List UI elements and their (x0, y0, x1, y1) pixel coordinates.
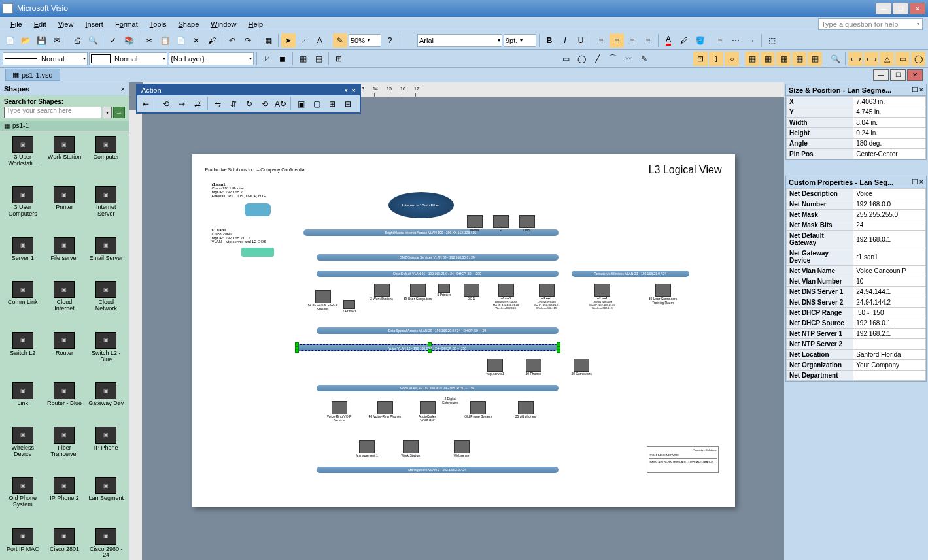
close-button[interactable]: ✕ (910, 3, 925, 14)
shapes-stencil-tab[interactable]: ▦ ps1-1 (0, 121, 129, 131)
corner-icon[interactable]: ⟀ (260, 52, 274, 66)
help-search-input[interactable]: Type a question for help ▾ (818, 18, 923, 30)
shapes-window-icon[interactable]: ▦ (261, 33, 275, 48)
internet-cloud[interactable]: Internet – 10mb Fiber (388, 192, 454, 218)
line-weight-icon[interactable]: ≡ (713, 33, 727, 48)
shape-item[interactable]: ▣Port IP MAC (3, 526, 43, 560)
snap-icon[interactable]: ⊞ (332, 52, 346, 66)
selection-handle-nw[interactable] (295, 342, 299, 346)
menu-window[interactable]: Window (205, 19, 241, 29)
old-phone-system[interactable]: Old Phone System (464, 401, 493, 418)
shape-item[interactable]: ▣IP Phone 2 (44, 475, 85, 524)
copy-icon[interactable]: 📋 (158, 33, 172, 48)
pencil-icon[interactable]: ✎ (637, 52, 651, 66)
w2-ap[interactable]: w2.san1Linksys WB540Mgt IP: 192.168.21.2… (529, 284, 565, 310)
shape-item[interactable]: ▣3 User Workstati... (3, 134, 43, 183)
menu-view[interactable]: View (53, 19, 79, 29)
dns-server[interactable]: DNS (519, 215, 535, 232)
spellcheck-icon[interactable]: ✓ (106, 33, 120, 48)
action-btn-3[interactable]: ⇢ (175, 97, 189, 111)
fill-color-icon[interactable]: 🪣 (693, 33, 707, 48)
undo-icon[interactable]: ↶ (225, 33, 239, 48)
dim2-icon[interactable]: ⟷ (864, 52, 878, 66)
shape-item[interactable]: ▣Internet Server (86, 184, 126, 233)
vlan-30-bar[interactable]: DMZ Outside Services VLAN 30 - 192.168.3… (317, 254, 559, 261)
action-btn-2[interactable]: ⟲ (159, 97, 173, 111)
property-value[interactable]: 192.168.0.0 (853, 199, 926, 210)
shape-item[interactable]: ▣Wireless Device (3, 425, 43, 474)
action-send-back-icon[interactable]: ▢ (309, 97, 324, 111)
2-printers[interactable]: 2 Printers (343, 300, 356, 313)
menu-file[interactable]: File (5, 19, 27, 29)
shape-item[interactable]: ▣Router - Blue (44, 380, 85, 423)
align-justify-icon[interactable]: ≡ (641, 33, 655, 48)
align-center-icon[interactable]: ≡ (610, 33, 624, 48)
management-1[interactable]: Management 1 (352, 440, 382, 457)
property-value[interactable]: r1.san1 (853, 248, 926, 266)
lay3-icon[interactable]: ▦ (776, 52, 791, 66)
doc-close-button[interactable]: ✕ (907, 69, 923, 81)
30-training-computers[interactable]: 30 User Computers Training Room (644, 284, 683, 305)
align-left-icon[interactable]: ≡ (594, 33, 608, 48)
router-icon[interactable] (245, 203, 271, 216)
vlan-20-bar[interactable]: Data Special Access VLAN 20 - 192.168.20… (317, 327, 559, 334)
shape-item[interactable]: ▣Router (44, 330, 85, 379)
shape-item[interactable]: ▣Printer (44, 184, 85, 233)
shapes-search-input[interactable]: Type your search here (4, 107, 101, 118)
format-painter-icon[interactable]: 🖌 (205, 33, 219, 48)
shape-item[interactable]: ▣Server 1 (3, 235, 43, 278)
shape-item[interactable]: ▣IP Phone (86, 425, 126, 474)
pointer-icon[interactable]: ➤ (281, 33, 296, 48)
property-value[interactable]: 192.168.0.1 (853, 318, 926, 329)
font-color-icon[interactable]: A (661, 33, 676, 48)
vlan-10-bar-selected[interactable]: Voice VLAN 10 - 192.168.10.0 / 24 - DHCP… (297, 344, 559, 351)
connector-icon[interactable]: ⟋ (297, 33, 311, 48)
shape-item[interactable]: ▣Cloud Internet (44, 279, 85, 328)
shape-item[interactable]: ▣3 User Computers (3, 184, 43, 233)
shape-item[interactable]: ▣Switch L2 (3, 330, 43, 379)
distribute-icon[interactable]: ⫿ (709, 52, 723, 66)
line-style-select[interactable]: Normal▾ (3, 52, 88, 65)
selection-handle-ne[interactable] (557, 342, 560, 346)
line-tool-icon[interactable]: ╱ (590, 52, 604, 66)
property-value[interactable]: Your Company (853, 360, 926, 371)
shape-item[interactable]: ▣Email Server (86, 235, 126, 278)
property-value[interactable]: Voice (853, 189, 926, 199)
help-icon[interactable]: ? (383, 33, 397, 48)
39-computers[interactable]: 39 User Computers (402, 284, 434, 301)
property-value[interactable]: 4.745 in. (853, 107, 926, 118)
menu-tools[interactable]: Tools (145, 19, 172, 29)
mgmt-workstation[interactable]: Work Station (402, 440, 421, 457)
dim3-icon[interactable]: △ (880, 52, 894, 66)
selection-handle-s[interactable] (428, 349, 432, 353)
dim1-icon[interactable]: ⟷ (848, 52, 863, 66)
5-printers[interactable]: 5 Printers (438, 284, 451, 297)
action-text-icon[interactable]: A↻ (273, 97, 288, 111)
new-icon[interactable]: 📄 (3, 33, 17, 48)
www-server[interactable]: WWW (467, 215, 483, 232)
action-toolbar[interactable]: Action ▾ × ⇤ ⟲ ⇢ ⇄ ⇋ ⇵ ↻ ⟲ A↻ ▣ ▢ ⊞ ⊟ (136, 84, 361, 114)
freeform-icon[interactable]: 〰 (621, 52, 636, 66)
property-value[interactable]: .50 - .150 (853, 308, 926, 318)
paste-icon[interactable]: 📄 (173, 33, 188, 48)
property-value[interactable] (853, 371, 926, 381)
action-toolbar-header[interactable]: Action ▾ × (137, 85, 360, 95)
menu-help[interactable]: Help (243, 19, 268, 29)
shape-item[interactable]: ▣Work Station (44, 134, 85, 183)
shapes-panel-close-icon[interactable]: × (121, 85, 125, 93)
rectangle-icon[interactable]: ▭ (559, 52, 573, 66)
shape-item[interactable]: ▣Link (3, 380, 43, 423)
action-btn-8[interactable]: ⟲ (258, 97, 272, 111)
bold-icon[interactable]: B (542, 33, 557, 48)
audiocodes[interactable]: AudioCodes VOIP GW (415, 401, 441, 422)
dim4-icon[interactable]: ▭ (895, 52, 910, 66)
ink-icon[interactable]: ✎ (333, 33, 347, 48)
property-value[interactable] (853, 339, 926, 350)
vlan-21-bar[interactable]: Data Default VLAN 21 - 192.168.21.0 / 24… (317, 271, 559, 277)
digital-ext[interactable]: 2 Digital Extensions (441, 397, 460, 404)
action-bring-front-icon[interactable]: ▣ (294, 97, 308, 111)
action-ungroup-icon[interactable]: ⊟ (341, 97, 355, 111)
shapes-search-dropdown-icon[interactable]: ▾ (103, 107, 112, 118)
shape-item[interactable]: ▣Cloud Network (86, 279, 126, 328)
action-btn-1[interactable]: ⇤ (139, 97, 153, 111)
